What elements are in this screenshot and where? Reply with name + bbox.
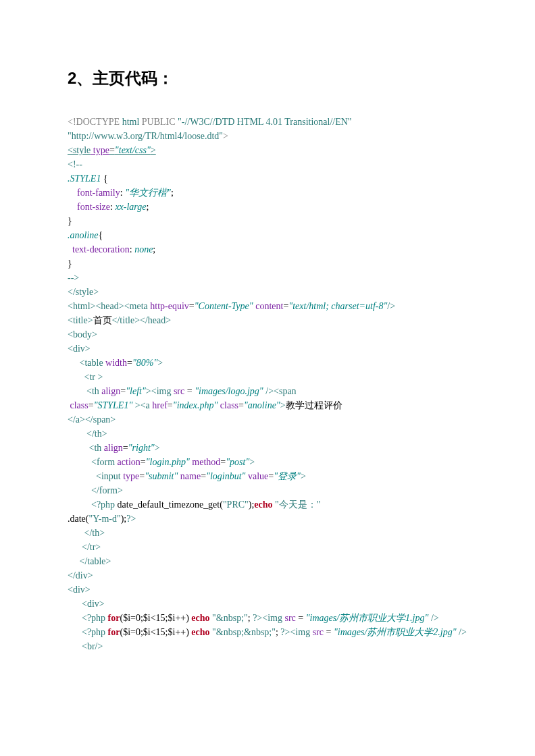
th-left: <th align="left"><img src = "images/logo…: [68, 386, 297, 396]
css-rule-1: .STYLE1 {: [68, 173, 108, 184]
br-tag: <br/>: [68, 641, 103, 651]
php-date: <?php date_default_timezone_get("PRC");e…: [68, 500, 321, 524]
th-right: <th align="right">: [68, 443, 160, 453]
span-link: class="STYLE1" ><a href="index.php" clas…: [68, 400, 342, 425]
css-rule-2: .anoline{: [68, 230, 103, 240]
code-block: <!DOCTYPE html PUBLIC "-//W3C//DTD HTML …: [68, 115, 467, 653]
brace-close-2: }: [68, 259, 72, 269]
title-line: <title>首页</title></head>: [68, 315, 171, 325]
php-for-2: <?php for($i=0;$i<15;$i++) echo "&nbsp;&…: [68, 627, 467, 637]
brace-close-1: }: [68, 216, 72, 226]
form-close: </form>: [68, 485, 123, 495]
doctype-uri: "http://www.w3.org/TR/html4/loose.dtd">: [68, 131, 228, 141]
input-line: <input type="submit" name="loginbut" val…: [68, 471, 306, 481]
css-prop-2: font-size: xx-large;: [68, 202, 149, 212]
div-open-1: <div>: [68, 344, 91, 354]
css-prop-3: text-decoration: none;: [68, 244, 155, 254]
div-close-1: </div>: [68, 570, 93, 580]
php-for-1: <?php for($i=0;$i<15;$i++) echo "&nbsp;"…: [68, 613, 439, 623]
table-close: </table>: [68, 556, 111, 566]
div-open-3: <div>: [68, 599, 105, 609]
comment-close: -->: [68, 273, 79, 283]
table-open: <table width="80%">: [68, 358, 163, 368]
th-close-2: </th>: [68, 528, 105, 538]
tr-open: <tr >: [68, 372, 103, 382]
div-open-2: <div>: [68, 585, 91, 595]
section-heading: 2、主页代码：: [68, 68, 467, 89]
css-prop-1: font-family: "华文行楷";: [68, 188, 174, 198]
doctype-line: <!DOCTYPE html PUBLIC "-//W3C//DTD HTML …: [68, 117, 352, 127]
style-open: <style type="text/css">: [68, 145, 156, 155]
th-close-1: </th>: [68, 429, 107, 439]
meta-line: <html><head><meta http-equiv="Content-Ty…: [68, 301, 395, 311]
tr-close: </tr>: [68, 542, 101, 552]
comment-open: <!--: [68, 159, 82, 169]
style-close: </style>: [68, 287, 99, 297]
body-open: <body>: [68, 329, 97, 340]
form-open: <form action="login.php" method="post">: [68, 457, 255, 467]
page: 2、主页代码： <!DOCTYPE html PUBLIC "-//W3C//D…: [0, 0, 535, 687]
